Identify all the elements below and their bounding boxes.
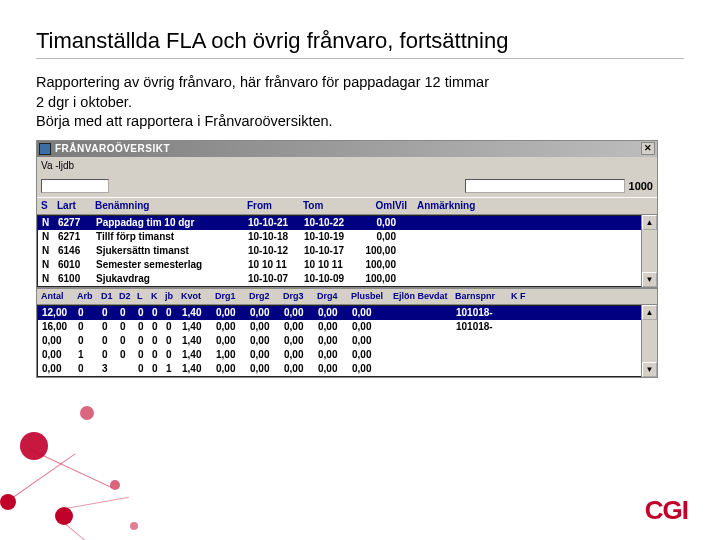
grid1-wrap: N6277Pappadag tim 10 dgr10-10-2110-10-22… [37,215,657,287]
hdr-s: S [41,200,57,211]
name-input[interactable] [465,179,625,193]
hdr-lart: Lart [57,200,95,211]
desc-line-1: Rapportering av övrig frånvaro, här från… [36,74,489,90]
hdr-tom: Tom [303,200,359,211]
hdr-from: From [247,200,303,211]
grid2-wrap: 12,000000001,400,000,000,000,000,0010101… [37,305,657,377]
hdr2-drg2: Drg2 [249,291,283,301]
hdr2-l: L [137,291,151,301]
slide-title: Timanställda FLA och övrig frånvaro, for… [36,28,684,54]
date-row: 1000 [37,175,657,197]
grid1-header: S Lart Benämning From Tom Oml Vil Anmärk… [37,197,657,215]
app-window: FRÅNVAROÖVERSIKT ✕ Va -ljdb 1000 S Lart … [36,140,658,378]
hdr2-d2: D2 [119,291,137,301]
hdr2-drg3: Drg3 [283,291,317,301]
hdr2-plusbel: Plusbel [351,291,393,301]
table-row[interactable]: 12,000000001,400,000,000,000,000,0010101… [38,306,656,320]
hdr2-d1: D1 [101,291,119,301]
grid2[interactable]: 12,000000001,400,000,000,000,000,0010101… [37,305,657,377]
slide-description: Rapportering av övrig frånvaro, här från… [36,73,684,132]
hdr-anm: Anmärkning [417,200,653,211]
hdr2-drg1: Drg1 [215,291,249,301]
grid2-header: Antal Arb D1 D2 L K jb Kvot Drg1 Drg2 Dr… [37,287,657,305]
table-row[interactable]: N6271Tillf förp timanst10-10-1810-10-190… [38,230,656,244]
title-underline [36,58,684,59]
grid2-scrollbar[interactable]: ▲ ▼ [641,305,657,377]
scroll-up-icon[interactable]: ▲ [642,305,657,320]
window-icon [39,143,51,155]
desc-line-3: Börja med att rapportera i Frånvaroövers… [36,113,333,129]
hdr2-kvot: Kvot [181,291,215,301]
table-row[interactable]: N6146Sjukersättn timanst10-10-1210-10-17… [38,244,656,258]
hdr-benamning: Benämning [95,200,247,211]
dept-code: 1000 [629,180,653,192]
org-label: Va -ljdb [41,160,74,171]
hdr-oml: Oml [359,200,395,211]
table-row[interactable]: N6100Sjukavdrag10-10-0710-10-09100,00 [38,272,656,286]
desc-line-2: 2 dgr i oktober. [36,94,132,110]
table-row[interactable]: N6277Pappadag tim 10 dgr10-10-2110-10-22… [38,216,656,230]
table-row[interactable]: 0,001000001,401,000,000,000,000,00 [38,348,656,362]
date-from-input[interactable] [41,179,109,193]
scroll-down-icon[interactable]: ▼ [642,362,657,377]
hdr2-k: K [151,291,165,301]
hdr2-barnspnr: Barnspnr [455,291,511,301]
table-row[interactable]: 0,00030011,400,000,000,000,000,00 [38,362,656,376]
table-row[interactable]: 0,000000001,400,000,000,000,000,00 [38,334,656,348]
org-field-row: Va -ljdb [37,157,657,175]
hdr2-antal: Antal [41,291,77,301]
scroll-up-icon[interactable]: ▲ [642,215,657,230]
hdr2-jb: jb [165,291,181,301]
hdr2-drg4: Drg4 [317,291,351,301]
hdr-vil: Vil [395,200,417,211]
table-row[interactable]: 16,000000001,400,000,000,000,000,0010101… [38,320,656,334]
hdr2-kf: K F [511,291,531,301]
window-titlebar: FRÅNVAROÖVERSIKT ✕ [37,141,657,157]
table-row[interactable]: N6010Semester semesterlag10 10 1110 10 1… [38,258,656,272]
cgi-logo: CGI [645,495,688,526]
close-button[interactable]: ✕ [641,142,655,155]
scroll-down-icon[interactable]: ▼ [642,272,657,287]
hdr2-arb: Arb [77,291,101,301]
hdr2-ejlon: Ejlön Bevdat [393,291,455,301]
grid1[interactable]: N6277Pappadag tim 10 dgr10-10-2110-10-22… [37,215,657,287]
window-title: FRÅNVAROÖVERSIKT [55,143,170,154]
grid1-scrollbar[interactable]: ▲ ▼ [641,215,657,287]
